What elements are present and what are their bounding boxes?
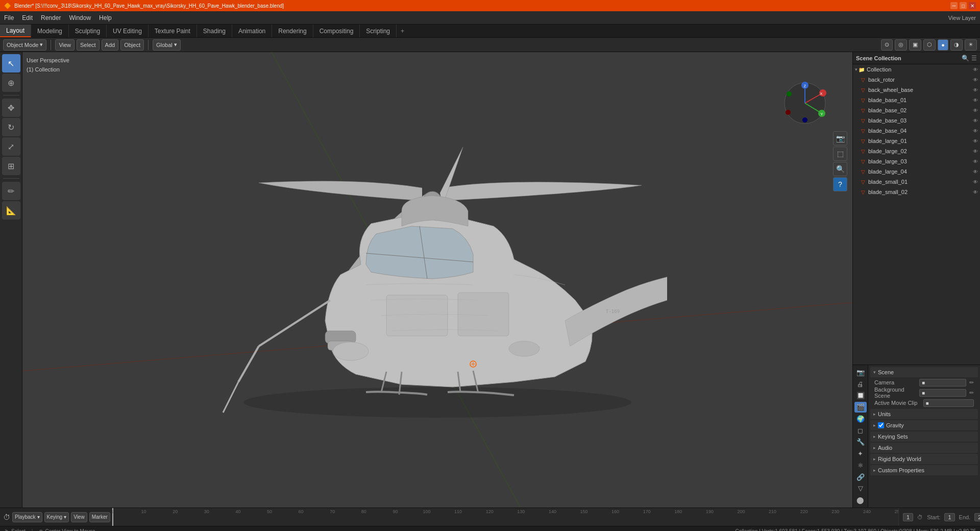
menu-window[interactable]: Window	[65, 11, 95, 25]
props-constraints-icon[interactable]: 🔗	[854, 472, 867, 482]
local-view-button[interactable]: 🔍	[833, 162, 847, 176]
visibility-blade-base-01[interactable]: 👁	[973, 98, 978, 103]
outliner-item-back-rotor[interactable]: ▽ back_rotor 👁	[853, 75, 980, 85]
visibility-blade-base-04[interactable]: 👁	[973, 128, 978, 134]
camera-perspective-button[interactable]: ⬚	[833, 147, 847, 161]
tab-uv-editing[interactable]: UV Editing	[107, 25, 149, 37]
outliner-item-blade-small-02[interactable]: ▽ blade_small_02 👁	[853, 187, 980, 197]
help-button[interactable]: ?	[833, 177, 847, 191]
scene-section-header[interactable]: ▾ Scene	[870, 367, 978, 377]
viewport-gizmo-toggle[interactable]: ⊙	[881, 39, 893, 51]
visibility-blade-large-04[interactable]: 👁	[973, 169, 978, 175]
visibility-blade-large-03[interactable]: 👁	[973, 159, 978, 164]
tab-sculpting[interactable]: Sculpting	[69, 25, 107, 37]
gravity-section-header[interactable]: ▸ Gravity	[870, 420, 978, 430]
workspace-add-button[interactable]: +	[397, 25, 408, 37]
current-frame-display[interactable]: 1	[903, 513, 913, 521]
bg-scene-edit-icon[interactable]: ✏	[969, 390, 974, 396]
visibility-blade-small-02[interactable]: 👁	[973, 189, 978, 195]
props-modifier-icon[interactable]: 🔧	[854, 437, 867, 448]
tab-shading[interactable]: Shading	[197, 25, 232, 37]
timeline-view-menu[interactable]: View	[71, 512, 87, 522]
object-menu[interactable]: Object	[120, 39, 144, 51]
end-frame-display[interactable]: 250	[974, 513, 980, 521]
props-particles-icon[interactable]: ✦	[854, 448, 867, 459]
outliner-item-collection[interactable]: ▾ 📁 Collection 👁	[853, 64, 980, 75]
keying-sets-section-header[interactable]: ▸ Keying Sets	[870, 431, 978, 442]
tab-scripting[interactable]: Scripting	[360, 25, 397, 37]
close-button[interactable]: ✕	[969, 2, 976, 9]
maximize-button[interactable]: □	[960, 2, 967, 9]
marker-menu[interactable]: Marker	[89, 512, 110, 522]
props-scene-icon[interactable]: 🎬	[854, 402, 867, 413]
annotate-tool-button[interactable]: ✏	[2, 182, 20, 200]
units-section-header[interactable]: ▸ Units	[870, 409, 978, 419]
viewport-overlay-toggle[interactable]: ◎	[895, 39, 907, 51]
outliner-item-blade-large-02[interactable]: ▽ blade_large_02 👁	[853, 146, 980, 156]
global-dropdown[interactable]: Global ▾	[153, 39, 181, 51]
visibility-back-rotor[interactable]: 👁	[973, 77, 978, 83]
tab-rendering[interactable]: Rendering	[272, 25, 313, 37]
viewport[interactable]: User Perspective (1) Collection	[22, 52, 852, 508]
tab-compositing[interactable]: Compositing	[313, 25, 360, 37]
outliner-item-blade-base-03[interactable]: ▽ blade_base_03 👁	[853, 115, 980, 126]
navigation-gizmo[interactable]: X Y Z	[782, 80, 828, 126]
timeline-frames[interactable]: 1 10 20 30 40 50 60 70 80 90 100 110 120…	[112, 508, 898, 526]
props-view-layer-icon[interactable]: 🔲	[854, 391, 867, 401]
select-tool-button[interactable]: ↖	[2, 54, 20, 73]
props-data-icon[interactable]: ▽	[854, 484, 867, 494]
outliner-item-blade-large-01[interactable]: ▽ blade_large_01 👁	[853, 136, 980, 146]
custom-properties-section-header[interactable]: ▸ Custom Properties	[870, 465, 978, 475]
cursor-tool-button[interactable]: ⊕	[2, 74, 20, 92]
camera-value[interactable]: ■	[919, 379, 966, 387]
outliner-item-back-wheel-base[interactable]: ▽ back_wheel_base 👁	[853, 85, 980, 95]
menu-file[interactable]: File	[0, 11, 18, 25]
rigid-body-world-section-header[interactable]: ▸ Rigid Body World	[870, 454, 978, 464]
keying-menu[interactable]: Keying ▾	[44, 512, 69, 522]
outliner-item-blade-base-01[interactable]: ▽ blade_base_01 👁	[853, 95, 980, 105]
audio-section-header[interactable]: ▸ Audio	[870, 443, 978, 453]
solid-shading[interactable]: ●	[938, 39, 948, 51]
start-frame-display[interactable]: 1	[944, 513, 954, 521]
xray-toggle[interactable]: ▣	[909, 39, 921, 51]
outliner-item-blade-base-04[interactable]: ▽ blade_base_04 👁	[853, 126, 980, 136]
filter-icon[interactable]: ☰	[971, 55, 977, 62]
object-mode-dropdown[interactable]: Object Mode ▾	[3, 39, 46, 51]
outliner-item-blade-large-04[interactable]: ▽ blade_large_04 👁	[853, 166, 980, 177]
visibility-blade-base-03[interactable]: 👁	[973, 118, 978, 124]
view-menu[interactable]: View	[55, 39, 75, 51]
minimize-button[interactable]: ─	[950, 2, 958, 9]
tab-modeling[interactable]: Modeling	[31, 25, 69, 37]
visibility-eye[interactable]: 👁	[973, 67, 978, 73]
playback-menu[interactable]: Playback ▾	[12, 512, 42, 522]
props-output-icon[interactable]: 🖨	[854, 379, 867, 390]
tab-layout[interactable]: Layout	[0, 25, 31, 37]
outliner-item-blade-large-03[interactable]: ▽ blade_large_03 👁	[853, 156, 980, 166]
camera-edit-icon[interactable]: ✏	[969, 379, 974, 386]
outliner-item-blade-base-02[interactable]: ▽ blade_base_02 👁	[853, 105, 980, 115]
rotate-tool-button[interactable]: ↻	[2, 118, 20, 136]
scale-tool-button[interactable]: ⤢	[2, 137, 20, 156]
props-world-icon[interactable]: 🌍	[854, 414, 867, 424]
gravity-checkbox[interactable]	[878, 422, 884, 428]
visibility-blade-large-02[interactable]: 👁	[973, 149, 978, 154]
movie-clip-value[interactable]: ■	[923, 399, 974, 407]
visibility-back-wheel-base[interactable]: 👁	[973, 87, 978, 93]
props-object-icon[interactable]: ◻	[854, 425, 867, 436]
measure-tool-button[interactable]: 📐	[2, 201, 20, 220]
props-render-icon[interactable]: 📷	[854, 367, 867, 378]
rendered-shading[interactable]: ☀	[965, 39, 977, 51]
tab-animation[interactable]: Animation	[232, 25, 272, 37]
props-material-icon[interactable]: ⬤	[854, 495, 867, 505]
wireframe-shading[interactable]: ⬡	[923, 39, 936, 51]
tab-texture-paint[interactable]: Texture Paint	[149, 25, 197, 37]
bg-scene-value[interactable]: ■	[919, 389, 966, 397]
add-menu[interactable]: Add	[102, 39, 119, 51]
camera-view-button[interactable]: 📷	[833, 131, 847, 146]
visibility-blade-large-01[interactable]: 👁	[973, 138, 978, 144]
props-physics-icon[interactable]: ⚛	[854, 460, 867, 471]
menu-help[interactable]: Help	[95, 11, 116, 25]
search-icon[interactable]: 🔍	[962, 55, 969, 62]
transform-tool-button[interactable]: ⊞	[2, 157, 20, 175]
move-tool-button[interactable]: ✥	[2, 99, 20, 117]
